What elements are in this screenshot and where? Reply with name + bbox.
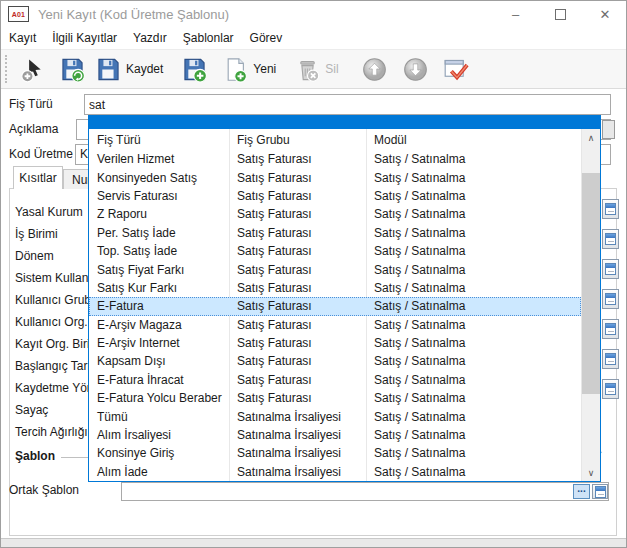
column-header-fis-turu: Fiş Türü bbox=[89, 133, 229, 147]
scrollbar-thumb[interactable] bbox=[582, 173, 600, 394]
ortak-sablon-browse-button[interactable]: ... bbox=[573, 484, 590, 499]
window-icon bbox=[605, 323, 616, 335]
ortak-sablon-window-button[interactable] bbox=[592, 484, 608, 499]
dropdown-cell: Satış Fiyat Farkı bbox=[89, 263, 229, 277]
window-icon bbox=[595, 486, 606, 498]
dropdown-cell: Satış / Satınalma bbox=[366, 226, 581, 240]
new-button-label[interactable]: Yeni bbox=[253, 62, 276, 76]
dropdown-cell: E-Fatura İhracat bbox=[89, 373, 229, 387]
dropdown-cell: Satış Faturası bbox=[229, 152, 366, 166]
field-label: Dönem bbox=[15, 249, 54, 264]
dropdown-row[interactable]: Servis FaturasıSatış FaturasıSatış / Sat… bbox=[89, 187, 581, 205]
dropdown-cell: Satış / Satınalma bbox=[366, 299, 581, 313]
dropdown-cell: Satış Faturası bbox=[229, 281, 366, 295]
maximize-button[interactable] bbox=[538, 1, 583, 27]
dropdown-cell: Satınalma İrsaliyesi bbox=[229, 446, 366, 460]
fis-turu-dropdown: Fiş Türü Fiş Grubu Modül Verilen HizmetS… bbox=[88, 115, 601, 482]
window-icon bbox=[605, 233, 616, 245]
dropdown-row[interactable]: Top. Satış İadeSatış FaturasıSatış / Sat… bbox=[89, 242, 581, 260]
menu-bar: Kayıt İlgili Kayıtlar Yazdır Şablonlar G… bbox=[1, 27, 626, 49]
menu-sablonlar[interactable]: Şablonlar bbox=[183, 29, 243, 47]
lookup-window-button[interactable] bbox=[602, 259, 619, 279]
dropdown-row[interactable]: Kapsam DışıSatış FaturasıSatış / Satınal… bbox=[89, 352, 581, 370]
dropdown-row[interactable]: Z RaporuSatış FaturasıSatış / Satınalma bbox=[89, 205, 581, 223]
save-refresh-button[interactable] bbox=[59, 56, 86, 83]
lookup-window-button[interactable] bbox=[602, 349, 619, 369]
field-label: Kayıt Org. Birim bbox=[15, 337, 100, 352]
dropdown-row[interactable]: E-Fatura İhracatSatış FaturasıSatış / Sa… bbox=[89, 371, 581, 389]
dropdown-row[interactable]: Konsinye GirişSatınalma İrsaliyesiSatış … bbox=[89, 444, 581, 462]
apply-template-button[interactable] bbox=[442, 56, 472, 83]
menu-ilgili-kayitlar[interactable]: İlgili Kayıtlar bbox=[52, 29, 126, 47]
dropdown-cell: Satış Faturası bbox=[229, 354, 366, 368]
dropdown-rows: Verilen HizmetSatış FaturasıSatış / Satı… bbox=[89, 150, 581, 481]
dropdown-cell: Satış / Satınalma bbox=[366, 189, 581, 203]
save-add-button[interactable] bbox=[181, 56, 208, 83]
dropdown-cell: Per. Satış İade bbox=[89, 226, 229, 240]
move-up-button[interactable] bbox=[361, 56, 388, 83]
app-icon: A01 bbox=[8, 6, 29, 22]
save-button[interactable] bbox=[95, 56, 122, 83]
dropdown-cell: E-Arşiv Internet bbox=[89, 336, 229, 350]
dropdown-cell: Kapsam Dışı bbox=[89, 354, 229, 368]
dropdown-row[interactable]: Satış Fiyat FarkıSatış FaturasıSatış / S… bbox=[89, 260, 581, 278]
dropdown-cell: E-Fatura Yolcu Beraber bbox=[89, 391, 229, 405]
move-down-button[interactable] bbox=[402, 56, 429, 83]
dropdown-row[interactable]: E-Fatura Yolcu BeraberSatış FaturasıSatı… bbox=[89, 389, 581, 407]
dropdown-row[interactable]: Per. Satış İadeSatış FaturasıSatış / Sat… bbox=[89, 224, 581, 242]
dropdown-row[interactable]: Alım İrsaliyesiSatınalma İrsaliyesiSatış… bbox=[89, 426, 581, 444]
dropdown-cell: Alım İade bbox=[89, 465, 229, 479]
dropdown-cell: Satış / Satınalma bbox=[366, 318, 581, 332]
toolbar: Kaydet Yeni Sil bbox=[1, 49, 626, 89]
dropdown-cell: Satış Faturası bbox=[229, 336, 366, 350]
dropdown-row[interactable]: Satış Kur FarkıSatış FaturasıSatış / Sat… bbox=[89, 279, 581, 297]
dropdown-row[interactable]: TümüSatınalma İrsaliyesiSatış / Satınalm… bbox=[89, 407, 581, 425]
scroll-down-icon[interactable]: ∨ bbox=[582, 464, 600, 481]
select-add-icon[interactable] bbox=[19, 56, 46, 83]
dropdown-cell: Konsinye Giriş bbox=[89, 446, 229, 460]
lookup-window-button[interactable] bbox=[602, 289, 619, 309]
dropdown-cell: Satış / Satınalma bbox=[366, 446, 581, 460]
lookup-window-button[interactable] bbox=[602, 199, 619, 219]
dropdown-cell: Alım İrsaliyesi bbox=[89, 428, 229, 442]
dropdown-cell: Satış Faturası bbox=[229, 207, 366, 221]
new-record-button[interactable] bbox=[222, 56, 249, 83]
save-button-label[interactable]: Kaydet bbox=[126, 62, 163, 76]
window-icon bbox=[605, 353, 616, 365]
lookup-window-button[interactable] bbox=[602, 229, 619, 249]
lookup-window-button[interactable] bbox=[602, 319, 619, 339]
window-icon bbox=[605, 293, 616, 305]
close-button[interactable]: ✕ bbox=[583, 1, 627, 27]
dropdown-row[interactable]: E-FaturaSatış FaturasıSatış / Satınalma bbox=[89, 297, 581, 315]
dropdown-header: Fiş Türü Fiş Grubu Modül bbox=[89, 129, 581, 150]
dropdown-row[interactable]: E-Arşiv InternetSatış FaturasıSatış / Sa… bbox=[89, 334, 581, 352]
dropdown-top-highlight bbox=[89, 116, 600, 129]
field-label: Sayaç bbox=[15, 403, 48, 418]
scroll-up-icon[interactable]: ∧ bbox=[582, 129, 600, 146]
dropdown-cell: Satış / Satınalma bbox=[366, 281, 581, 295]
toolbar-gripper[interactable] bbox=[5, 55, 7, 83]
dropdown-cell: Satınalma İrsaliyesi bbox=[229, 410, 366, 424]
delete-button-disabled bbox=[294, 56, 321, 83]
lookup-window-button[interactable] bbox=[602, 379, 619, 399]
menu-kayit[interactable]: Kayıt bbox=[9, 29, 45, 47]
dropdown-cell: Verilen Hizmet bbox=[89, 152, 229, 166]
menu-gorev[interactable]: Görev bbox=[250, 29, 292, 47]
dropdown-cell: Satınalma İrsaliyesi bbox=[229, 428, 366, 442]
field-label: Başlangıç Tarihi bbox=[15, 359, 100, 374]
minimize-button[interactable]: – bbox=[493, 1, 538, 27]
fis-turu-input[interactable] bbox=[84, 94, 611, 115]
aciklama-side-button[interactable] bbox=[602, 120, 615, 139]
sablon-group-header: Şablon bbox=[15, 449, 55, 463]
dropdown-cell: Satış / Satınalma bbox=[366, 354, 581, 368]
tab-kisitlar[interactable]: Kısıtlar bbox=[13, 166, 63, 189]
dropdown-cell: Z Raporu bbox=[89, 207, 229, 221]
dropdown-row[interactable]: Konsinyeden SatışSatış FaturasıSatış / S… bbox=[89, 168, 581, 186]
dropdown-scrollbar[interactable]: ∧ ∨ bbox=[581, 129, 600, 481]
dropdown-row[interactable]: Alım İadeSatınalma İrsaliyesiSatış / Sat… bbox=[89, 463, 581, 481]
dropdown-row[interactable]: Verilen HizmetSatış FaturasıSatış / Satı… bbox=[89, 150, 581, 168]
field-label: Kaydetme Yönt bbox=[15, 381, 97, 396]
ortak-sablon-input[interactable] bbox=[121, 482, 609, 501]
dropdown-row[interactable]: E-Arşiv MagazaSatış FaturasıSatış / Satı… bbox=[89, 316, 581, 334]
menu-yazdir[interactable]: Yazdır bbox=[133, 29, 176, 47]
